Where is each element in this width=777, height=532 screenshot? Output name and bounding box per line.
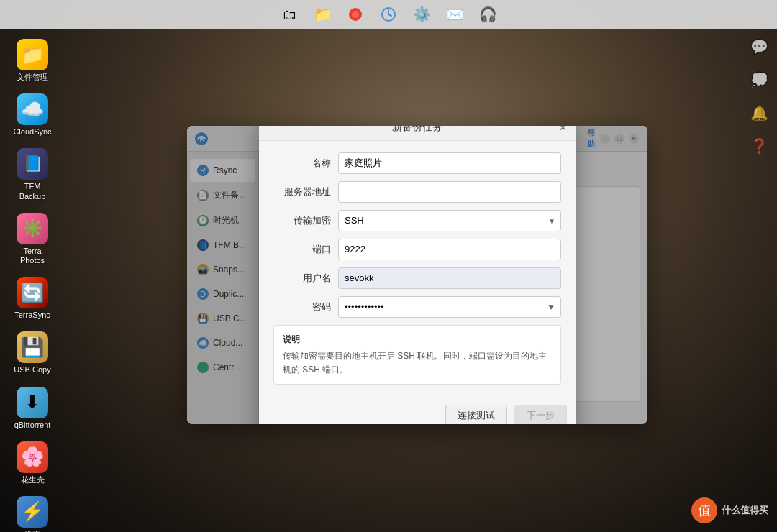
headphone-taskbar-icon[interactable]: 🎧 [478,4,498,24]
terra-photos-icon: ✳️ [17,213,48,244]
usb-copy-label: USB Copy [14,365,50,375]
right-sidebar: 💬 💭 🔔 ❓ [748,36,770,157]
chat-icon[interactable]: 💭 [748,69,770,91]
watermark: 值 什么值得买 [691,497,768,523]
note-content: 传输加密需要目的地主机开启 SSH 联机。同时，端口需设为目的地主机的 SSH … [283,349,552,377]
watermark-icon: 值 [691,497,717,523]
note-title: 说明 [283,333,552,347]
modal-overlay: 新备份任务 ✕ 名称 服务器地址 传输加密 [187,126,648,424]
usb-copy-icon: 💾 [17,331,48,363]
desktop-icon-qbittorrent[interactable]: ⬇ qBittorrent [7,384,58,433]
username-input[interactable] [338,267,561,289]
modal-title: 新备份任务 [268,126,567,134]
name-label: 名称 [273,157,331,170]
password-wrapper: ▼ [338,296,561,318]
svg-line-4 [388,14,391,16]
password-input[interactable] [338,296,561,318]
desktop-icon-xunlei[interactable]: ⚡ 迅雷 [7,493,58,532]
mail-taskbar-icon[interactable]: ✉️ [445,4,465,24]
modal-close-button[interactable]: ✕ [557,126,568,133]
tfm-backup-label: TFM Backup [10,182,55,201]
chat-bubble-icon[interactable]: 💬 [748,36,770,58]
desktop-icon-flower[interactable]: 🌸 花生壳 [7,439,58,487]
name-row: 名称 [273,152,561,174]
port-label: 端口 [273,243,331,256]
file-manager-icon: 📁 [17,39,48,70]
gear-taskbar-icon[interactable]: ⚙️ [412,4,432,24]
clock-taskbar-icon[interactable] [378,4,399,24]
xunlei-icon: ⚡ [17,496,48,528]
svg-point-1 [352,11,359,18]
connect-test-button[interactable]: 连接测试 [445,405,507,424]
username-label: 用户名 [273,272,331,285]
cloudsync-label: CloudSync [13,127,51,137]
tfm-backup-icon: 📘 [17,148,48,180]
note-box: 说明 传输加密需要目的地主机开启 SSH 联机。同时，端口需设为目的地主机的 S… [273,325,561,385]
next-button[interactable]: 下一步 [514,405,567,424]
server-input[interactable] [338,181,561,203]
qbittorrent-label: qBittorrent [14,421,51,430]
desktop-icon-cloudsync[interactable]: ☁️ CloudSync [7,91,58,139]
bell-icon[interactable]: 🔔 [748,102,770,124]
file-manager-taskbar-icon[interactable]: 🗂 [279,4,299,24]
modal-footer: 连接测试 下一步 [259,405,576,424]
folder-taskbar-icon[interactable]: 📁 [312,4,332,24]
circle-taskbar-icon[interactable] [345,4,365,24]
terrasync-label: TerraSync [14,311,50,320]
taskbar: 🗂 📁 ⚙️ ✉️ 🎧 [0,0,777,29]
modal-body: 名称 服务器地址 传输加密 SSH None TLS [259,141,576,405]
password-visibility-icon[interactable]: ▼ [547,302,555,312]
modal-titlebar: 新备份任务 ✕ [259,126,576,141]
encryption-select-wrapper: SSH None TLS ▼ [338,210,561,231]
terra-photos-label: Terra Photos [10,247,55,265]
server-label: 服务器地址 [273,185,331,198]
encryption-select[interactable]: SSH None TLS [338,210,561,231]
question-icon[interactable]: ❓ [748,135,770,157]
qbittorrent-icon: ⬇ [17,387,48,418]
file-manager-label: 文件管理 [17,73,48,82]
flower-icon: 🌸 [17,441,48,473]
desktop-icon-file-manager[interactable]: 📁 文件管理 [7,36,58,85]
encryption-row: 传输加密 SSH None TLS ▼ [273,210,561,231]
rsync-window: Rsync 备份 帮助 — □ ✕ R Rsync 📄 文件备... 🕐 时光机… [187,126,648,424]
new-task-modal: 新备份任务 ✕ 名称 服务器地址 传输加密 [259,126,576,424]
port-row: 端口 [273,239,561,260]
cloudsync-icon: ☁️ [17,93,48,125]
desktop-icon-tfm-backup[interactable]: 📘 TFM Backup [7,145,58,203]
password-label: 密码 [273,301,331,313]
desktop-icon-terrasync[interactable]: 🔄 TerraSync [7,274,58,323]
password-row: 密码 ▼ [273,296,561,318]
name-input[interactable] [338,152,561,174]
desktop-icon-usb-copy[interactable]: 💾 USB Copy [7,329,58,377]
username-row: 用户名 [273,267,561,289]
flower-label: 花生壳 [21,475,45,485]
desktop-icon-terra-photos[interactable]: ✳️ Terra Photos [7,210,58,268]
watermark-text: 什么值得买 [722,504,768,517]
encryption-label: 传输加密 [273,214,331,227]
desktop-icons: 📁 文件管理 ☁️ CloudSync 📘 TFM Backup ✳️ Terr… [7,36,58,532]
terrasync-icon: 🔄 [17,277,48,308]
port-input[interactable] [338,239,561,260]
server-row: 服务器地址 [273,181,561,203]
